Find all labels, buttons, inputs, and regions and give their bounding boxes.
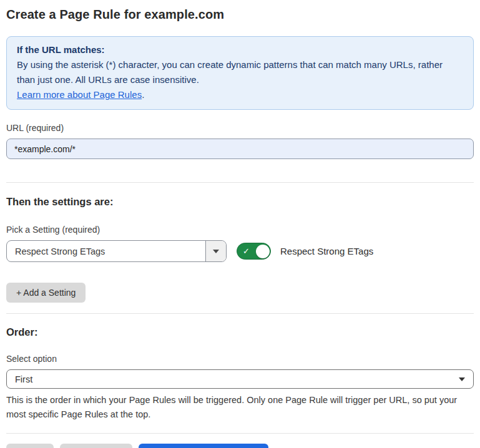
- cancel-button[interactable]: Cancel: [6, 444, 54, 448]
- order-select-value: First: [15, 374, 32, 384]
- order-section-heading: Order:: [6, 326, 474, 338]
- toggle-knob: [256, 245, 270, 258]
- footer-actions: Cancel Save as Draft Save and Deploy Pag…: [6, 444, 474, 448]
- setting-picker-label: Pick a Setting (required): [6, 225, 474, 235]
- section-divider: [6, 313, 474, 314]
- footer-divider: [6, 433, 474, 434]
- page-title: Create a Page Rule for example.com: [6, 7, 474, 22]
- save-as-draft-button[interactable]: Save as Draft: [60, 444, 133, 448]
- info-box-body: By using the asterisk (*) character, you…: [17, 57, 463, 87]
- setting-select-arrow-button[interactable]: [205, 241, 226, 261]
- url-match-info-box: If the URL matches: By using the asteris…: [6, 36, 474, 110]
- url-input[interactable]: [6, 139, 474, 159]
- setting-row: Respect Strong ETags ✓ Respect Strong ET…: [6, 240, 474, 262]
- chevron-down-icon: [213, 250, 219, 253]
- order-select-label: Select option: [6, 354, 474, 364]
- settings-section-heading: Then the settings are:: [6, 196, 474, 208]
- info-box-heading: If the URL matches:: [17, 42, 463, 57]
- save-and-deploy-button[interactable]: Save and Deploy Page Rule: [139, 444, 268, 448]
- section-divider: [6, 182, 474, 183]
- order-description: This is the order in which your Page Rul…: [6, 393, 471, 422]
- chevron-down-icon: [459, 377, 465, 381]
- setting-select-value: Respect Strong ETags: [7, 241, 205, 261]
- info-box-link-line: Learn more about Page Rules.: [17, 87, 463, 102]
- order-select[interactable]: First: [6, 369, 474, 389]
- learn-more-link[interactable]: Learn more about Page Rules: [17, 89, 142, 100]
- setting-toggle[interactable]: ✓: [237, 243, 271, 260]
- check-icon: ✓: [243, 247, 250, 255]
- url-field-label: URL (required): [6, 123, 474, 133]
- add-setting-button[interactable]: + Add a Setting: [6, 283, 86, 303]
- setting-select[interactable]: Respect Strong ETags: [6, 240, 227, 262]
- setting-toggle-label: Respect Strong ETags: [280, 246, 373, 256]
- link-suffix: .: [142, 89, 144, 100]
